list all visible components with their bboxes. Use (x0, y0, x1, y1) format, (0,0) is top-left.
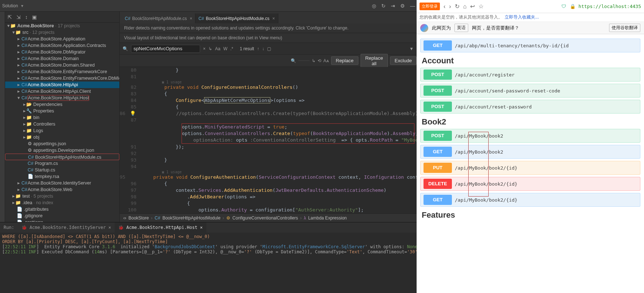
back-icon[interactable]: ‹ (444, 3, 445, 10)
folder-item[interactable]: ▸📁 bin (5, 114, 119, 121)
folder-item[interactable]: ▸🔧 Properties (5, 108, 119, 114)
file-item[interactable]: C# Program.cs (5, 160, 119, 167)
project-httpapi-client[interactable]: ▸C#Acme.BookStore.HttpApi.Client (5, 88, 119, 95)
left-gutter (0, 12, 5, 222)
filter-icon[interactable]: ▼ (409, 46, 414, 51)
code-editor[interactable]: 80 } 81 ▣ 1 usage 82 private void Config… (120, 67, 417, 213)
dotfile[interactable]: 📄 .prettierrc (5, 219, 119, 222)
breadcrumb-bar[interactable]: ‹›BookStore› C#BookStoreHttpApiHostModul… (120, 213, 417, 222)
search-icon: 🔍 (123, 46, 128, 51)
close-icon[interactable]: × (190, 16, 192, 21)
import-link[interactable]: 立即导入收藏夹... (505, 14, 539, 20)
save-icon[interactable]: ▣ (32, 14, 37, 20)
dotfile[interactable]: 📄 .gitignore (5, 213, 119, 219)
group-book2[interactable]: Book2 (422, 117, 640, 127)
run-label: Run: (0, 222, 18, 233)
home-icon[interactable]: ⌂ (463, 3, 467, 10)
project-item[interactable]: ▸C#Acme.BookStore.Domain.Shared (5, 62, 119, 68)
terminal-panel[interactable]: Run: 🐞 Acme.BookStore.IdentityServer × 🐞… (0, 222, 417, 293)
project-item[interactable]: ▸C#Acme.BookStore.Application.Contracts (5, 42, 119, 49)
api-row[interactable]: GET/api/MyBook/book2/{id} (420, 193, 640, 207)
file-host-module[interactable]: C# BookStoreHttpApiHostModule.cs (5, 154, 119, 160)
select-all-icon[interactable]: ▢ (267, 46, 271, 51)
project-item[interactable]: ▸C#Acme.BookStore.EntityFrameworkCore.Db… (5, 75, 119, 82)
exclude-button[interactable]: Exclude (390, 56, 417, 65)
back-history-icon[interactable]: ↩ (470, 3, 475, 10)
api-row[interactable]: POST/api/account/reset-password (420, 100, 640, 114)
hide-icon[interactable]: — (410, 3, 415, 9)
folder-item[interactable]: ▸📂 Dependencies (5, 101, 119, 108)
log-line: [22:52:11 INF] Entity Framework Core 3.1… (2, 244, 414, 249)
tab-hostmodule[interactable]: C#BookStoreHttpApiHostModule.cs× (195, 13, 278, 23)
dotfile[interactable]: 📄 .gitattributes (5, 206, 119, 213)
solution-root[interactable]: ▾📁 Acme.BookStore · 17 projects (5, 23, 119, 29)
refresh-icon[interactable]: ↻ (381, 3, 386, 9)
api-row[interactable]: GET/api/abp/multi-tenancy/tenants/by-id/… (420, 39, 640, 52)
project-identity[interactable]: ▸C#Acme.BookStore.IdentityServer (5, 180, 119, 186)
solution-label[interactable]: Solution▾ (2, 3, 23, 8)
close-icon[interactable]: × (273, 16, 275, 21)
folder-item[interactable]: ▸📁 Controllers (5, 121, 119, 127)
reload-icon[interactable]: ↻ (455, 3, 460, 10)
api-row[interactable]: PUT/api/MyBook/book2/{id} (420, 161, 640, 175)
api-row[interactable]: POST/api/MyBook/book2 (420, 129, 640, 143)
login-button[interactable]: 立即登录 (420, 3, 440, 10)
bookmark-bar: 您的收藏夹是空的，请从其他浏览器导入。立即导入收藏夹... (417, 13, 644, 22)
bidi-notice: Visual layout of bidirectional text can … (120, 33, 417, 43)
gear-icon[interactable]: ⚙ (400, 3, 405, 9)
prev-icon[interactable]: ↑ (257, 46, 259, 51)
project-web[interactable]: ▸C#Acme.BookStore.Web (5, 186, 119, 193)
translate-icon (420, 24, 428, 32)
lang-pill[interactable]: 英语 (454, 24, 468, 32)
group-features[interactable]: Features (422, 210, 640, 220)
project-httpapi[interactable]: ▸C#Acme.BookStore.HttpApi (5, 82, 119, 88)
api-row[interactable]: DELETE/api/MyBook/book2/{id} (420, 177, 640, 191)
forward-icon[interactable]: › (449, 3, 451, 10)
scroll-icon[interactable]: ↕ (25, 14, 28, 20)
log-line: WHERE ([a].[IsAbandoned] <> CAST(1 AS bi… (2, 234, 414, 239)
naming-notice: Rider detects naming conventions in open… (120, 23, 417, 33)
test-folder[interactable]: ▸📁 test · 5 projects (5, 193, 119, 199)
search-bar: 🔍 × ↳ AaW.* 1 result ↑ ↓ ▢ ▼ (120, 43, 417, 55)
log-line: ORDER BY [a].[Priority] DESC, [a].[TryCo… (2, 239, 414, 244)
term-tab-identity[interactable]: 🐞 Acme.BookStore.IdentityServer × (18, 222, 115, 233)
replace-button[interactable]: Replace (331, 56, 358, 65)
tab-module[interactable]: C#BookStoreHttpApiModule.cs× (122, 13, 195, 23)
api-row[interactable]: POST/api/account/register (420, 68, 640, 82)
project-item[interactable]: ▸C#Acme.BookStore.Application (5, 36, 119, 42)
star-icon[interactable]: ☆ (478, 3, 484, 10)
project-item[interactable]: ▸C#Acme.BookStore.EntityFrameworkCore (5, 68, 119, 75)
search-input[interactable] (131, 45, 200, 53)
file-item[interactable]: 📄 tempkey.rsa (5, 173, 119, 180)
api-row[interactable]: POST/api/account/send-password-reset-cod… (420, 84, 640, 98)
log-line: [22:52:11 INF] Executed DbCommand (14ms)… (2, 249, 414, 254)
next-icon[interactable]: ↓ (262, 46, 264, 51)
editor-tabs: C#BookStoreHttpApiModule.cs× C#BookStore… (120, 12, 417, 23)
file-item[interactable]: ⚙ appsettings.json (5, 140, 119, 147)
project-httpapi-host[interactable]: ▾C#Acme.BookStore.HttpApi.Host (5, 95, 119, 101)
solution-explorer[interactable]: ⇱ ⇲ ↕ ▣ ▾📁 Acme.BookStore · 17 projects … (5, 12, 120, 222)
swagger-panel[interactable]: GET/api/abp/multi-tenancy/tenants/by-id/… (417, 34, 644, 293)
regex-icon[interactable]: ↳ (208, 46, 212, 51)
target-icon[interactable]: ◎ (372, 3, 376, 9)
translate-button[interactable]: 使用谷歌翻译 (609, 24, 640, 32)
api-row[interactable]: GET/api/MyBook/book2 (420, 145, 640, 159)
browser-pane: 立即登录 ‹ › ↻ ⌂ ↩ ☆ 🛡 🔒 https://localhost:4… (417, 0, 644, 293)
folder-item[interactable]: ▸📁 obj (5, 134, 119, 140)
result-count: 1 result (240, 46, 254, 51)
collapse-icon[interactable]: ⇥ (391, 3, 395, 9)
idea-folder[interactable]: ▸📁 .idea · no index (5, 199, 119, 206)
replace-all-button[interactable]: Replace all (361, 54, 388, 68)
folder-item[interactable]: ▸📁 Logs (5, 127, 119, 134)
expand-all-icon[interactable]: ⇱ (8, 14, 12, 20)
url-bar[interactable]: 🔒 https://localhost:4435 (570, 4, 641, 9)
project-item[interactable]: ▸C#Acme.BookStore.Domain (5, 55, 119, 62)
clear-icon[interactable]: × (203, 46, 206, 51)
collapse-all-icon[interactable]: ⇲ (16, 14, 21, 20)
src-folder[interactable]: ▾📁 src · 12 projects (5, 29, 119, 36)
file-item[interactable]: ⚙ appsettings.Development.json (5, 147, 119, 154)
project-item[interactable]: ▸C#Acme.BookStore.DbMigrator (5, 49, 119, 55)
group-account[interactable]: Account (422, 56, 640, 66)
term-tab-host[interactable]: 🐞 Acme.BookStore.HttpApi.Host × (115, 222, 206, 233)
file-item[interactable]: C# Startup.cs (5, 167, 119, 173)
